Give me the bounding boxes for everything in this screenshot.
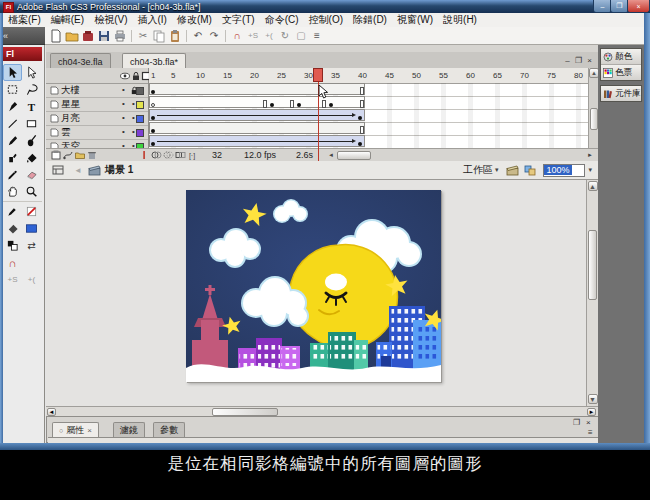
frame-track-stars[interactable] <box>149 96 588 110</box>
zoom-tool[interactable] <box>22 183 41 200</box>
menu-file[interactable]: 檔案(F) <box>3 13 46 27</box>
pencil-tool[interactable] <box>3 132 22 149</box>
straighten-option[interactable]: +( <box>22 271 41 288</box>
layer-row-cloud[interactable]: 雲 • • <box>46 126 148 140</box>
frame-track-sky[interactable] <box>149 135 588 149</box>
layer-visibility-dot[interactable]: • <box>122 113 125 122</box>
menu-insert[interactable]: 插入(I) <box>132 13 171 27</box>
scrollbar-thumb[interactable] <box>588 230 597 300</box>
pen-tool[interactable] <box>3 98 22 115</box>
layer-outline-swatch[interactable] <box>136 101 144 109</box>
open-icon[interactable] <box>65 29 79 43</box>
layer-visibility-dot[interactable]: • <box>122 127 125 136</box>
scroll-right-icon[interactable]: ► <box>584 150 596 161</box>
bridge-icon[interactable] <box>81 29 95 43</box>
menu-debug[interactable]: 除錯(D) <box>348 13 392 27</box>
lasso-tool[interactable] <box>22 81 41 98</box>
frame-span[interactable] <box>149 83 365 95</box>
panel-close-icon[interactable]: × <box>586 418 591 427</box>
close-button[interactable]: × <box>627 0 650 13</box>
layer-row-moon[interactable]: 月亮 • • <box>46 112 148 126</box>
tab-filters[interactable]: 濾鏡 <box>113 422 145 438</box>
back-arrow-icon[interactable]: ◄ <box>74 166 82 175</box>
copy-icon[interactable] <box>152 29 166 43</box>
panel-button-color[interactable]: 顏色 <box>601 49 641 65</box>
menu-window[interactable]: 視窗(W) <box>392 13 438 27</box>
frame-track-cloud[interactable] <box>149 122 588 136</box>
workspace-caret-icon[interactable]: ▾ <box>495 166 499 174</box>
playhead-handle[interactable] <box>313 68 323 82</box>
layer-row-building[interactable]: 大樓 • <box>46 84 148 98</box>
subselection-tool[interactable] <box>22 64 41 81</box>
panel-restore-icon[interactable]: ❐ <box>573 418 580 427</box>
eyedropper-tool[interactable] <box>3 166 22 183</box>
black-white-button[interactable] <box>3 237 22 254</box>
zoom-level-input[interactable]: 100% <box>543 164 585 177</box>
align-icon[interactable]: ≡ <box>310 29 324 43</box>
onion-skin-outlines-icon[interactable] <box>162 150 174 161</box>
free-transform-tool[interactable] <box>3 81 22 98</box>
timeline-toggle-icon[interactable] <box>50 164 66 176</box>
scroll-left-icon[interactable]: ◄ <box>325 150 337 161</box>
zoom-caret-icon[interactable]: ▾ <box>588 166 592 174</box>
stroke-color-control[interactable] <box>3 203 22 220</box>
snap-magnet-button[interactable]: ∩ <box>3 254 22 271</box>
add-motion-guide-icon[interactable] <box>62 150 74 161</box>
center-frame-icon[interactable] <box>138 150 150 161</box>
magnet-icon[interactable]: ∩ <box>230 29 244 43</box>
layer-outline-swatch[interactable] <box>136 87 144 95</box>
menu-edit[interactable]: 編輯(E) <box>46 13 89 27</box>
line-tool[interactable] <box>3 115 22 132</box>
onion-skin-icon[interactable] <box>150 150 162 161</box>
layer-visibility-dot[interactable]: • <box>122 85 125 94</box>
document-tab-active[interactable]: ch04-3b.fla* <box>122 53 186 69</box>
layer-visibility-dot[interactable]: • <box>122 99 125 108</box>
stage-canvas[interactable] <box>186 190 441 382</box>
print-icon[interactable] <box>113 29 127 43</box>
cut-icon[interactable]: ✂ <box>136 29 150 43</box>
new-document-icon[interactable] <box>49 29 63 43</box>
tools-panel-collapse-strip[interactable]: « <box>0 27 45 45</box>
scroll-right-icon[interactable]: ► <box>587 408 596 416</box>
delete-layer-icon[interactable] <box>86 150 98 161</box>
scroll-left-icon[interactable]: ◄ <box>47 408 56 416</box>
show-hide-all-layers-icon[interactable] <box>120 71 130 81</box>
scene-name[interactable]: 場景 1 <box>105 163 133 177</box>
straighten-icon[interactable]: +( <box>262 29 276 43</box>
tools-panel-header[interactable]: Fl <box>2 47 42 61</box>
layer-outline-swatch[interactable] <box>136 129 144 137</box>
panel-icon[interactable]: ▢ <box>294 29 308 43</box>
edit-multiple-frames-icon[interactable] <box>174 150 186 161</box>
scrollbar-thumb[interactable] <box>590 108 598 130</box>
menu-view[interactable]: 檢視(V) <box>89 13 132 27</box>
timeline-close-button[interactable]: × <box>584 55 595 66</box>
timeline-restore-button[interactable]: ❐ <box>573 55 584 66</box>
frame-track-moon[interactable] <box>149 109 588 123</box>
menu-help[interactable]: 說明(H) <box>438 13 482 27</box>
scroll-down-icon[interactable]: ▼ <box>588 394 598 404</box>
panel-button-swatches[interactable]: 色票 <box>601 65 641 80</box>
panel-button-library[interactable]: 元件庫 <box>601 86 641 101</box>
stage-vertical-scrollbar[interactable]: ▲ ▼ <box>586 180 598 406</box>
layer-row-stars[interactable]: 星星 • • <box>46 98 148 112</box>
stage-horizontal-scrollbar[interactable]: ◄ ► <box>46 406 598 416</box>
tab-properties[interactable]: ○ 屬性 × <box>52 422 99 438</box>
rectangle-tool[interactable] <box>22 115 41 132</box>
text-tool[interactable]: T <box>22 98 41 115</box>
edit-scene-icon[interactable] <box>506 165 519 176</box>
modify-onion-markers-icon[interactable]: [·] <box>186 150 198 161</box>
layer-lock-dot[interactable]: • <box>132 113 135 122</box>
workspace-label[interactable]: 工作區 <box>463 163 493 177</box>
menu-commands[interactable]: 命令(C) <box>260 13 304 27</box>
no-color-icon[interactable] <box>22 203 41 220</box>
smooth-icon[interactable]: +S <box>246 29 260 43</box>
menu-control[interactable]: 控制(O) <box>304 13 348 27</box>
edit-symbols-icon[interactable] <box>524 165 536 176</box>
fill-color-swatch[interactable] <box>22 220 41 237</box>
insert-layer-icon[interactable] <box>50 150 62 161</box>
brush-tool[interactable] <box>22 132 41 149</box>
frame-span[interactable] <box>149 122 365 134</box>
smooth-option[interactable]: +S <box>3 271 22 288</box>
menu-modify[interactable]: 修改(M) <box>172 13 217 27</box>
tab-parameters[interactable]: 參數 <box>153 422 185 438</box>
